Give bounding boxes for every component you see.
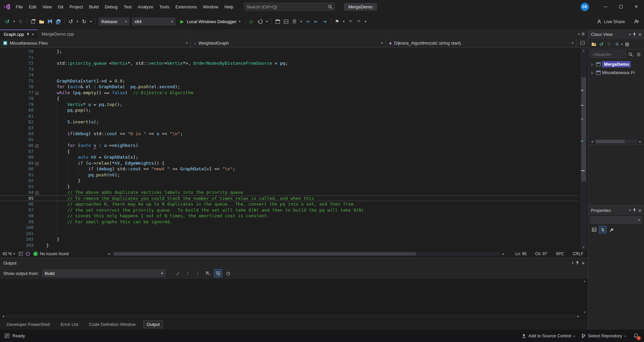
fold-collapse-icon[interactable]: − [36, 191, 39, 194]
feedback-icon[interactable] [633, 17, 641, 25]
code-line-83[interactable]: 83 [0, 125, 579, 131]
code-line-92[interactable]: 92 } [0, 178, 579, 184]
close-icon[interactable]: × [638, 32, 641, 37]
close-button[interactable]: × [629, 0, 644, 13]
menu-help[interactable]: Help [221, 3, 236, 11]
preview-window-icon[interactable] [282, 17, 290, 25]
redo-icon[interactable]: ↻ [80, 17, 88, 25]
maximize-button[interactable] [613, 0, 629, 13]
code-line-80[interactable]: 80 pq.pop(); [0, 107, 579, 113]
bottom-tab-code-definition-window[interactable]: Code Definition Window [86, 321, 138, 328]
tab-list-caret-icon[interactable]: ▾ [578, 33, 580, 36]
scroll-up-icon[interactable]: ▲ [581, 48, 587, 53]
scrollbar-track[interactable] [595, 139, 637, 144]
line-tools-caret[interactable]: ▾ [299, 17, 304, 25]
expander-icon[interactable]: ▷ [590, 63, 595, 66]
attach-process-icon[interactable] [274, 17, 282, 25]
hscroll-left-icon[interactable]: ◀ [106, 252, 112, 255]
navigate-to-icon[interactable]: ⇒ [304, 17, 312, 25]
cursor-line-indicator[interactable]: Ln: 95 [515, 251, 526, 256]
task-status-icon[interactable] [5, 334, 9, 338]
code-line-85[interactable]: 85 [0, 137, 579, 143]
output-source-dropdown[interactable]: Build ▾ [42, 269, 166, 277]
tab-settings-gear-icon[interactable] [581, 32, 585, 36]
forward-icon[interactable]: ↻ [606, 41, 612, 48]
code-line-74[interactable]: 74 [0, 72, 579, 78]
save-icon[interactable] [46, 17, 54, 25]
settings-caret-icon[interactable]: ▾ [621, 43, 623, 46]
scrollbar-track[interactable] [581, 53, 587, 244]
hscroll-thumb[interactable] [114, 252, 416, 255]
view-options-icon[interactable]: ▤ [624, 41, 631, 48]
quick-search-box[interactable]: Search (Ctrl+Q) [244, 2, 335, 11]
menu-git[interactable]: Git [55, 3, 66, 11]
code-line-96[interactable]: 96 // approaches N, there may be up to N… [0, 201, 579, 207]
menu-analyze[interactable]: Analyze [135, 3, 156, 11]
code-line-76[interactable]: 76 for (auto& el : GraphData) pq.push(el… [0, 84, 579, 90]
properties-object-dropdown[interactable]: ▾ [590, 216, 642, 224]
property-categorized-icon[interactable] [590, 226, 598, 233]
scroll-up-icon[interactable]: ▲ [583, 280, 586, 283]
code-line-84[interactable]: 84 if(debug) std::cout << "U is " << u <… [0, 131, 579, 137]
output-horizontal-scrollbar[interactable]: ◀ ▶ [0, 314, 581, 319]
code-line-87[interactable]: 87 { [0, 149, 579, 155]
code-line-91[interactable]: 91 pq.push(nV); [0, 172, 579, 178]
new-project-icon[interactable] [29, 17, 37, 25]
code-line-95[interactable]: 95 // To remove the duplicates you could… [0, 195, 579, 202]
code-line-90[interactable]: 90 if (debug) std::cout << "newV " << Gr… [0, 166, 579, 172]
undo-icon[interactable]: ↺ [67, 17, 75, 25]
class-view-header[interactable]: Class View ▾ × [588, 30, 644, 39]
class-view-search-input[interactable]: <Search> [590, 51, 626, 58]
filter-list-icon[interactable]: ☰ [635, 51, 642, 58]
previous-message-icon[interactable]: ↥ [184, 269, 192, 277]
pin-icon[interactable] [576, 261, 579, 265]
line-ending-indicator[interactable]: CRLF [573, 251, 583, 256]
toggle-timestamps-icon[interactable]: ◷ [224, 269, 232, 277]
new-folder-icon[interactable] [590, 41, 597, 48]
editor-vertical-scrollbar[interactable]: ▲ ▼ [581, 48, 587, 250]
class-view-horizontal-scrollbar[interactable]: ◀ ▶ [588, 138, 644, 145]
indent-icon[interactable]: ⇥ [321, 17, 329, 25]
code-line-77[interactable]: 77− while (pq.empty() == false) // Dijks… [0, 90, 579, 96]
menu-view[interactable]: View [39, 3, 55, 11]
split-window-icon[interactable] [577, 39, 588, 47]
add-to-source-control-button[interactable]: Add to Source Control ▴ [522, 333, 575, 338]
scroll-right-icon[interactable]: ▶ [575, 315, 581, 318]
minimize-button[interactable] [598, 0, 613, 13]
back-icon[interactable]: ↺ [598, 41, 605, 48]
accessibility-checker-icon[interactable] [26, 252, 30, 256]
code-line-88[interactable]: 88 auto nV = GraphData[v]; [0, 154, 579, 160]
code-line-89[interactable]: 89− if (u->relax(*nV, EdgeWeights)) { [0, 160, 579, 166]
code-line-78[interactable]: 78 { [0, 96, 579, 102]
output-content[interactable]: ▲ ▼ ◀ ▶ [0, 279, 588, 319]
scrollbar-track[interactable] [6, 315, 575, 318]
scroll-left-icon[interactable]: ◀ [0, 315, 6, 318]
tree-item-mergedemo[interactable]: ▷MergeDemo [588, 60, 644, 68]
live-share-button[interactable]: Live Share [597, 19, 625, 24]
platform-dropdown[interactable]: x64 ▾ [132, 17, 175, 25]
fold-margin[interactable]: − [34, 142, 40, 149]
code-line-86[interactable]: 86− for (auto v : u->neighbors) [0, 142, 579, 149]
expander-icon[interactable]: ▷ [590, 71, 595, 74]
search-icon[interactable] [627, 51, 634, 58]
fold-collapse-icon[interactable]: − [36, 92, 39, 95]
next-message-icon[interactable]: ↧ [194, 269, 202, 277]
code-line-94[interactable]: 94− // The above adds duplicate vertices… [0, 189, 579, 195]
code-line-103[interactable]: 103} [0, 242, 579, 248]
close-icon[interactable]: × [32, 32, 35, 37]
undo-caret[interactable]: ▾ [75, 17, 80, 25]
track-changes-icon[interactable] [18, 250, 24, 258]
code-line-102[interactable]: 102 } [0, 236, 579, 242]
scroll-left-icon[interactable]: ◀ [589, 140, 595, 143]
start-without-debugging-icon[interactable]: ▷ [248, 17, 256, 25]
fold-margin[interactable]: − [34, 160, 40, 166]
outdent-icon[interactable]: ⇤ [312, 17, 320, 25]
code-line-75[interactable]: 75 GraphData[start]->d = 0.0; [0, 78, 579, 84]
member-dropdown[interactable]: ◆ Dijkstra_Algorithm(std::string start) … [386, 39, 577, 47]
menu-edit[interactable]: Edit [26, 3, 39, 11]
hot-reload-caret[interactable]: ▾ [265, 17, 269, 25]
hot-reload-icon[interactable] [256, 17, 264, 25]
menu-file[interactable]: File [13, 3, 26, 11]
properties-header[interactable]: Properties ▾ × [588, 205, 644, 215]
cursor-column-indicator[interactable]: Ch: 97 [535, 251, 547, 256]
